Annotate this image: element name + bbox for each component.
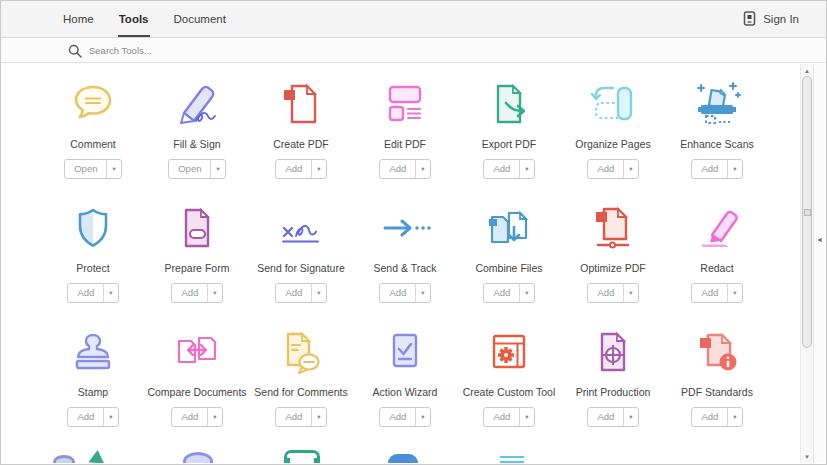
scroll-down-arrow-icon[interactable]: ▼	[801, 450, 813, 463]
partial-tool-icon	[53, 455, 75, 463]
tool-card-optimize-pdf: Optimize PDFAdd▾	[561, 200, 665, 324]
caret-down-icon[interactable]: ▾	[208, 408, 221, 426]
caret-down-icon[interactable]: ▾	[211, 160, 224, 178]
tool-card-organize-pages: Organize PagesAdd▾	[561, 76, 665, 200]
create-pdf-icon	[273, 76, 329, 132]
vertical-scrollbar[interactable]: ▲ ▼	[800, 64, 813, 463]
tool-action-label[interactable]: Add	[380, 284, 416, 302]
caret-down-icon[interactable]: ▾	[728, 160, 741, 178]
tab-home[interactable]: Home	[62, 1, 95, 37]
send-track-icon	[377, 200, 433, 256]
tool-action-label[interactable]: Add	[276, 284, 312, 302]
caret-down-icon[interactable]: ▾	[520, 284, 533, 302]
tool-action-button-fill-sign[interactable]: Open▾	[168, 159, 226, 179]
top-tab-bar: HomeToolsDocument Sign In	[1, 1, 826, 38]
tool-action-label[interactable]: Add	[276, 408, 312, 426]
tool-card-action-wizard: Action WizardAdd▾	[353, 324, 457, 448]
caret-down-icon[interactable]: ▾	[208, 284, 221, 302]
tool-action-label[interactable]: Add	[484, 408, 520, 426]
tool-action-label[interactable]: Add	[172, 284, 208, 302]
sign-in-button[interactable]: Sign In	[743, 1, 799, 37]
tool-action-label[interactable]: Add	[68, 284, 104, 302]
export-pdf-icon	[481, 76, 537, 132]
caret-down-icon[interactable]: ▾	[416, 408, 429, 426]
tool-action-button-protect[interactable]: Add▾	[67, 283, 118, 303]
tool-action-label[interactable]: Open	[169, 160, 211, 178]
tool-action-button-create-pdf[interactable]: Add▾	[275, 159, 326, 179]
tool-action-label[interactable]: Add	[692, 160, 728, 178]
tool-action-button-compare-documents[interactable]: Add▾	[171, 407, 222, 427]
fill-sign-icon	[169, 76, 225, 132]
tool-action-label[interactable]: Add	[588, 408, 624, 426]
tool-action-label[interactable]: Add	[588, 284, 624, 302]
tool-action-button-enhance-scans[interactable]: Add▾	[691, 159, 742, 179]
caret-down-icon[interactable]: ▾	[624, 160, 637, 178]
caret-down-icon[interactable]: ▾	[728, 284, 741, 302]
caret-down-icon[interactable]: ▾	[520, 408, 533, 426]
sign-in-label: Sign In	[763, 13, 799, 25]
acrobat-tools-window: HomeToolsDocument Sign In CommentOpen▾Fi…	[0, 0, 827, 465]
partial-tool-icon	[183, 452, 213, 463]
tool-action-label[interactable]: Add	[172, 408, 208, 426]
create-custom-tool-icon	[481, 324, 537, 380]
tool-card-fill-sign: Fill & SignOpen▾	[145, 76, 249, 200]
tool-action-button-send-track[interactable]: Add▾	[379, 283, 430, 303]
tool-action-button-prepare-form[interactable]: Add▾	[171, 283, 222, 303]
tool-action-button-edit-pdf[interactable]: Add▾	[379, 159, 430, 179]
tool-label: Compare Documents	[145, 386, 249, 398]
tool-action-button-send-for-comments[interactable]: Add▾	[275, 407, 326, 427]
tool-label: Fill & Sign	[145, 138, 249, 150]
tool-action-label[interactable]: Add	[68, 408, 104, 426]
tools-content: CommentOpen▾Fill & SignOpen▾Create PDFAd…	[2, 64, 800, 463]
tool-action-label[interactable]: Add	[692, 284, 728, 302]
tool-action-button-stamp[interactable]: Add▾	[67, 407, 118, 427]
tool-action-label[interactable]: Add	[380, 160, 416, 178]
optimize-pdf-icon	[585, 200, 641, 256]
tool-card-stamp: StampAdd▾	[41, 324, 145, 448]
tool-action-label[interactable]: Add	[276, 160, 312, 178]
caret-down-icon[interactable]: ▾	[416, 160, 429, 178]
caret-down-icon[interactable]: ▾	[104, 408, 117, 426]
caret-down-icon[interactable]: ▾	[312, 284, 325, 302]
tool-action-label[interactable]: Open	[65, 160, 107, 178]
tool-action-button-action-wizard[interactable]: Add▾	[379, 407, 430, 427]
caret-down-icon[interactable]: ▾	[520, 160, 533, 178]
tool-label: Enhance Scans	[665, 138, 769, 150]
tool-action-label[interactable]: Add	[484, 284, 520, 302]
tool-action-button-create-custom-tool[interactable]: Add▾	[483, 407, 534, 427]
scrollbar-thumb[interactable]	[802, 76, 812, 348]
action-wizard-icon	[377, 324, 433, 380]
tool-card-edit-pdf: Edit PDFAdd▾	[353, 76, 457, 200]
tool-action-button-send-for-signature[interactable]: Add▾	[275, 283, 326, 303]
caret-down-icon[interactable]: ▾	[104, 284, 117, 302]
caret-down-icon[interactable]: ▾	[107, 160, 120, 178]
caret-down-icon[interactable]: ▾	[312, 408, 325, 426]
pdf-standards-icon	[689, 324, 745, 380]
tab-tools[interactable]: Tools	[118, 1, 150, 37]
caret-down-icon[interactable]: ▾	[728, 408, 741, 426]
caret-down-icon[interactable]: ▾	[624, 408, 637, 426]
tool-label: Send for Signature	[249, 262, 353, 274]
organize-pages-icon	[585, 76, 641, 132]
caret-down-icon[interactable]: ▾	[624, 284, 637, 302]
tool-action-button-pdf-standards[interactable]: Add▾	[691, 407, 742, 427]
comment-icon	[65, 76, 121, 132]
tool-label: Print Production	[561, 386, 665, 398]
search-input[interactable]	[89, 45, 489, 56]
tool-label: Send & Track	[353, 262, 457, 274]
tab-document[interactable]: Document	[173, 1, 227, 37]
collapse-left-arrow-icon[interactable]: ◄	[814, 236, 825, 243]
caret-down-icon[interactable]: ▾	[416, 284, 429, 302]
tool-action-label[interactable]: Add	[380, 408, 416, 426]
tool-action-button-export-pdf[interactable]: Add▾	[483, 159, 534, 179]
tool-action-label[interactable]: Add	[692, 408, 728, 426]
tool-action-button-combine-files[interactable]: Add▾	[483, 283, 534, 303]
tool-action-button-optimize-pdf[interactable]: Add▾	[587, 283, 638, 303]
tool-action-label[interactable]: Add	[484, 160, 520, 178]
tool-action-button-redact[interactable]: Add▾	[691, 283, 742, 303]
caret-down-icon[interactable]: ▾	[312, 160, 325, 178]
tool-action-button-organize-pages[interactable]: Add▾	[587, 159, 638, 179]
tool-action-button-print-production[interactable]: Add▾	[587, 407, 638, 427]
tool-action-label[interactable]: Add	[588, 160, 624, 178]
tool-action-button-comment[interactable]: Open▾	[64, 159, 122, 179]
